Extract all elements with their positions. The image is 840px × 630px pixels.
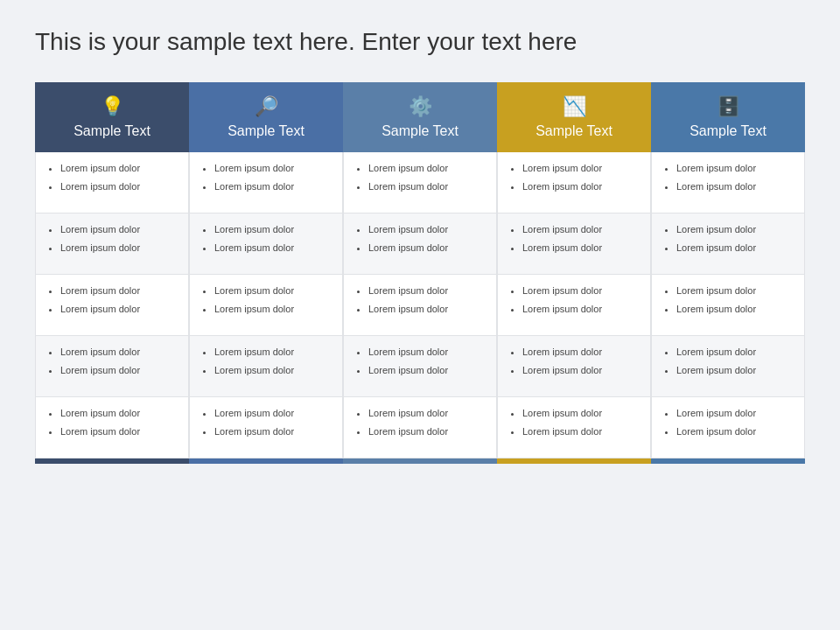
list-item: Lorem ipsum dolor [676, 302, 794, 317]
list-item: Lorem ipsum dolor [676, 406, 794, 421]
list-item: Lorem ipsum dolor [214, 241, 332, 256]
data-cell-r2-c2: Lorem ipsum dolorLorem ipsum dolor [189, 214, 343, 275]
list-item: Lorem ipsum dolor [214, 161, 332, 176]
bar-segment-1 [35, 458, 189, 464]
list-item: Lorem ipsum dolor [214, 222, 332, 237]
data-cell-r4-c2: Lorem ipsum dolorLorem ipsum dolor [189, 336, 343, 397]
header-cell-4: 📉Sample Text [497, 82, 651, 152]
list-item: Lorem ipsum dolor [368, 284, 486, 298]
list-item: Lorem ipsum dolor [214, 179, 332, 194]
list-item: Lorem ipsum dolor [368, 302, 486, 317]
bar-segment-2 [189, 458, 343, 464]
data-cell-r1-c5: Lorem ipsum dolorLorem ipsum dolor [651, 152, 805, 214]
data-cell-r5-c2: Lorem ipsum dolorLorem ipsum dolor [189, 397, 343, 458]
header-cell-5: 🗄️Sample Text [651, 82, 805, 152]
list-item: Lorem ipsum dolor [676, 161, 794, 176]
list-item: Lorem ipsum dolor [522, 284, 640, 298]
list-item: Lorem ipsum dolor [676, 222, 794, 237]
list-item: Lorem ipsum dolor [368, 406, 486, 421]
data-cell-r4-c1: Lorem ipsum dolorLorem ipsum dolor [35, 336, 189, 397]
header-cell-3: ⚙️Sample Text [343, 82, 497, 152]
list-item: Lorem ipsum dolor [676, 345, 794, 360]
search-icon: 🔎 [255, 95, 278, 118]
header-label-4: Sample Text [536, 123, 612, 139]
list-item: Lorem ipsum dolor [368, 179, 486, 194]
table-row: Lorem ipsum dolorLorem ipsum dolorLorem … [35, 336, 805, 397]
table-row: Lorem ipsum dolorLorem ipsum dolorLorem … [35, 152, 805, 214]
list-item: Lorem ipsum dolor [522, 161, 640, 176]
bulb-icon: 💡 [101, 95, 124, 118]
list-item: Lorem ipsum dolor [522, 345, 640, 360]
list-item: Lorem ipsum dolor [522, 222, 640, 237]
data-cell-r3-c1: Lorem ipsum dolorLorem ipsum dolor [35, 275, 189, 336]
data-cell-r1-c4: Lorem ipsum dolorLorem ipsum dolor [497, 152, 651, 214]
data-cell-r1-c1: Lorem ipsum dolorLorem ipsum dolor [35, 152, 189, 214]
bar-segment-4 [497, 458, 651, 464]
data-cell-r2-c1: Lorem ipsum dolorLorem ipsum dolor [35, 214, 189, 275]
list-item: Lorem ipsum dolor [368, 161, 486, 176]
data-cell-r1-c2: Lorem ipsum dolorLorem ipsum dolor [189, 152, 343, 214]
list-item: Lorem ipsum dolor [676, 284, 794, 298]
list-item: Lorem ipsum dolor [60, 179, 178, 194]
list-item: Lorem ipsum dolor [522, 241, 640, 256]
data-cell-r2-c4: Lorem ipsum dolorLorem ipsum dolor [497, 214, 651, 275]
header-cell-1: 💡Sample Text [35, 82, 189, 152]
list-item: Lorem ipsum dolor [60, 363, 178, 378]
header-cell-2: 🔎Sample Text [189, 82, 343, 152]
data-cell-r5-c5: Lorem ipsum dolorLorem ipsum dolor [651, 397, 805, 458]
list-item: Lorem ipsum dolor [368, 363, 486, 378]
data-cell-r2-c3: Lorem ipsum dolorLorem ipsum dolor [343, 214, 497, 275]
table-body: Lorem ipsum dolorLorem ipsum dolorLorem … [35, 152, 805, 458]
data-cell-r4-c3: Lorem ipsum dolorLorem ipsum dolor [343, 336, 497, 397]
list-item: Lorem ipsum dolor [676, 424, 794, 439]
database-icon: 🗄️ [717, 95, 740, 118]
chart-icon: 📉 [563, 95, 586, 118]
list-item: Lorem ipsum dolor [214, 363, 332, 378]
data-cell-r3-c5: Lorem ipsum dolorLorem ipsum dolor [651, 275, 805, 336]
table-row: Lorem ipsum dolorLorem ipsum dolorLorem … [35, 214, 805, 275]
list-item: Lorem ipsum dolor [368, 424, 486, 439]
list-item: Lorem ipsum dolor [60, 241, 178, 256]
list-item: Lorem ipsum dolor [214, 406, 332, 421]
list-item: Lorem ipsum dolor [522, 179, 640, 194]
table-row: Lorem ipsum dolorLorem ipsum dolorLorem … [35, 397, 805, 458]
table-header: 💡Sample Text🔎Sample Text⚙️Sample Text📉Sa… [35, 82, 805, 152]
data-cell-r3-c2: Lorem ipsum dolorLorem ipsum dolor [189, 275, 343, 336]
table-row: Lorem ipsum dolorLorem ipsum dolorLorem … [35, 275, 805, 336]
page-title: This is your sample text here. Enter you… [35, 26, 805, 58]
list-item: Lorem ipsum dolor [214, 302, 332, 317]
list-item: Lorem ipsum dolor [60, 424, 178, 439]
data-cell-r5-c1: Lorem ipsum dolorLorem ipsum dolor [35, 397, 189, 458]
header-label-5: Sample Text [690, 123, 766, 139]
header-label-3: Sample Text [382, 123, 458, 139]
list-item: Lorem ipsum dolor [676, 179, 794, 194]
list-item: Lorem ipsum dolor [676, 363, 794, 378]
bar-segment-5 [651, 458, 805, 464]
gear-icon: ⚙️ [409, 95, 432, 118]
list-item: Lorem ipsum dolor [368, 345, 486, 360]
data-cell-r4-c5: Lorem ipsum dolorLorem ipsum dolor [651, 336, 805, 397]
list-item: Lorem ipsum dolor [60, 284, 178, 298]
data-cell-r3-c4: Lorem ipsum dolorLorem ipsum dolor [497, 275, 651, 336]
list-item: Lorem ipsum dolor [368, 241, 486, 256]
list-item: Lorem ipsum dolor [214, 284, 332, 298]
data-cell-r3-c3: Lorem ipsum dolorLorem ipsum dolor [343, 275, 497, 336]
list-item: Lorem ipsum dolor [676, 241, 794, 256]
list-item: Lorem ipsum dolor [60, 302, 178, 317]
bar-segment-3 [343, 458, 497, 464]
list-item: Lorem ipsum dolor [60, 161, 178, 176]
list-item: Lorem ipsum dolor [522, 406, 640, 421]
data-cell-r4-c4: Lorem ipsum dolorLorem ipsum dolor [497, 336, 651, 397]
data-cell-r5-c3: Lorem ipsum dolorLorem ipsum dolor [343, 397, 497, 458]
header-label-2: Sample Text [228, 123, 304, 139]
list-item: Lorem ipsum dolor [522, 424, 640, 439]
table-container: 💡Sample Text🔎Sample Text⚙️Sample Text📉Sa… [35, 82, 805, 464]
list-item: Lorem ipsum dolor [522, 363, 640, 378]
list-item: Lorem ipsum dolor [368, 222, 486, 237]
data-cell-r1-c3: Lorem ipsum dolorLorem ipsum dolor [343, 152, 497, 214]
data-cell-r5-c4: Lorem ipsum dolorLorem ipsum dolor [497, 397, 651, 458]
data-cell-r2-c5: Lorem ipsum dolorLorem ipsum dolor [651, 214, 805, 275]
list-item: Lorem ipsum dolor [214, 424, 332, 439]
list-item: Lorem ipsum dolor [522, 302, 640, 317]
list-item: Lorem ipsum dolor [60, 222, 178, 237]
